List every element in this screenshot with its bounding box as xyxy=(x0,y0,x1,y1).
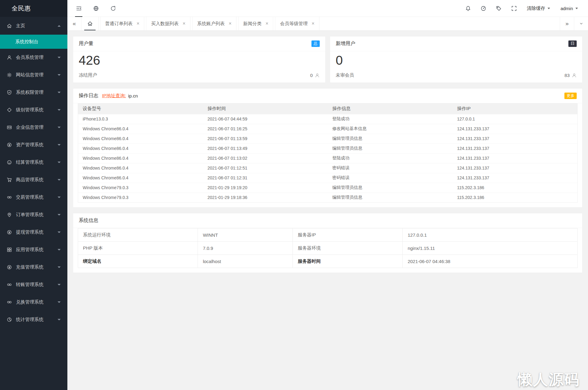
monitor-button[interactable] xyxy=(476,0,490,17)
tabbar-right: » xyxy=(560,17,588,30)
log-cell: 登陆成功 xyxy=(328,114,453,124)
tab-close-icon[interactable]: × xyxy=(311,21,314,26)
log-cell: 2021-06-07 01:13:49 xyxy=(203,143,328,153)
admin-dropdown[interactable]: admin xyxy=(556,0,582,17)
sys-label: 服务器IP xyxy=(293,228,403,242)
sidebar-item-recharge[interactable]: 充值管理系统 xyxy=(0,258,67,276)
sidebar-item-member-system[interactable]: 会员系统管理 xyxy=(0,49,67,66)
log-cell: iPhone13.0.3 xyxy=(78,114,203,124)
topbar: 清除缓存 admin xyxy=(67,0,588,17)
sidebar-item-label: 兑换管理系统 xyxy=(16,299,58,305)
sidebar-item-label: 交易管理系统 xyxy=(16,194,58,200)
log-cell: 编辑管理员信息 xyxy=(328,183,453,193)
card-head: 系统信息 xyxy=(73,213,582,228)
sidebar-item-label: 网站信息管理 xyxy=(16,72,58,78)
sidebar-item-assets[interactable]: 资产管理系统 xyxy=(0,136,67,154)
sidebar-item-console[interactable]: 系统控制台 xyxy=(0,35,67,49)
sidebar-item-levels[interactable]: 级别管理系统 xyxy=(0,101,67,119)
tab-label: 系统账户列表 xyxy=(197,21,225,27)
stat-foot-right: 0 xyxy=(310,73,320,78)
log-cell: 2021-06-07 01:16:25 xyxy=(203,124,328,134)
log-cell: 124.131.233.137 xyxy=(453,153,578,163)
sys-row: 系统运行环境WINNT服务器IP127.0.0.1 xyxy=(78,228,578,242)
log-cell: 2021-01-29 19:18:36 xyxy=(203,193,328,202)
log-col-header: 操作时间 xyxy=(203,104,328,114)
chevron-down-icon xyxy=(548,8,550,9)
scroll-tabs-right-button[interactable]: » xyxy=(560,17,574,30)
sidebar-item-enterprise[interactable]: 企业信息管理 xyxy=(0,119,67,136)
chevron-down-icon xyxy=(58,197,61,198)
sidebar-item-site-info[interactable]: 网站信息管理 xyxy=(0,66,67,84)
total-badge: 总 xyxy=(311,40,320,47)
users-icon xyxy=(7,55,12,60)
user-icon xyxy=(315,73,320,78)
sidebar-item-withdraw[interactable]: 提现管理系统 xyxy=(0,224,67,241)
collapse-menu-icon xyxy=(76,6,82,11)
card-head: 新增用户 日 xyxy=(330,36,582,51)
sys-label: PHP 版本 xyxy=(78,242,198,255)
sidebar-item-transfer[interactable]: 转账管理系统 xyxy=(0,276,67,293)
sidebar-item-statistics[interactable]: 统计管理系统 xyxy=(0,311,67,328)
sidebar-item-orders[interactable]: 订单管理系统 xyxy=(0,206,67,224)
log-row: Windows Chrome86.0.42021-06-07 01:12:51密… xyxy=(78,163,577,173)
sidebar-item-home[interactable]: 主页 xyxy=(0,17,67,35)
chevron-down-icon xyxy=(58,109,61,111)
log-row: Windows Chrome86.0.42021-06-07 01:16:25修… xyxy=(78,124,577,134)
tab-close-icon[interactable]: × xyxy=(229,21,232,26)
fullscreen-button[interactable] xyxy=(507,0,521,17)
ip-lookup-domain: ip.cn xyxy=(128,93,138,98)
sidebar-item-settlement[interactable]: 结算管理系统 xyxy=(0,154,67,171)
log-cell: 修改网站基本信息 xyxy=(328,124,453,134)
log-cell: 127.0.0.1 xyxy=(453,114,578,124)
log-row: iPhone13.0.32021-06-07 04:44:59登陆成功127.0… xyxy=(78,114,577,124)
log-col-header: 操作IP xyxy=(453,104,578,114)
sidebar-item-exchange[interactable]: 兑换管理系统 xyxy=(0,293,67,311)
tab[interactable]: 会员等级管理× xyxy=(275,17,319,30)
notifications-button[interactable] xyxy=(461,0,475,17)
sidebar-item-trade[interactable]: 交易管理系统 xyxy=(0,189,67,206)
sys-value: 127.0.0.1 xyxy=(403,228,578,242)
log-cell: 编辑管理员信息 xyxy=(328,134,453,143)
more-button[interactable]: 更多 xyxy=(564,93,577,99)
collapse-sidebar-button[interactable] xyxy=(72,0,86,17)
tab-home[interactable] xyxy=(81,17,99,30)
log-table-body: iPhone13.0.32021-06-07 04:44:59登陆成功127.0… xyxy=(78,114,577,202)
chevron-down-icon xyxy=(58,92,61,93)
chevron-up-icon xyxy=(58,25,61,27)
chevron-down-icon xyxy=(58,162,61,163)
chevron-down-icon xyxy=(58,74,61,76)
tab[interactable]: 买入数据列表× xyxy=(146,17,190,30)
tab-close-icon[interactable]: × xyxy=(137,21,139,26)
ip-lookup-link[interactable]: IP地址查询: xyxy=(102,93,126,99)
scroll-tabs-left-button[interactable]: « xyxy=(67,17,81,30)
tab[interactable]: 普通订单列表× xyxy=(100,17,144,30)
tab-close-icon[interactable]: × xyxy=(266,21,268,26)
coin-icon xyxy=(7,265,12,270)
log-cell: Windows Chrome86.0.4 xyxy=(78,134,203,143)
refresh-button[interactable] xyxy=(106,0,120,17)
link-icon xyxy=(7,282,12,287)
sidebar-item-permissions[interactable]: 系统权限管理 xyxy=(0,84,67,101)
tab-menu-button[interactable] xyxy=(574,17,588,30)
tab[interactable]: 系统账户列表× xyxy=(192,17,236,30)
sidebar-item-label: 充值管理系统 xyxy=(16,264,58,270)
tab[interactable]: 新闻分类× xyxy=(238,17,273,30)
chevron-down-icon xyxy=(58,319,61,320)
tab-close-icon[interactable]: × xyxy=(183,21,185,26)
log-cell: Windows Chrome86.0.4 xyxy=(78,124,203,134)
tag-button[interactable] xyxy=(492,0,506,17)
log-cell: 2021-06-07 01:12:31 xyxy=(203,173,328,183)
site-home-button[interactable] xyxy=(89,0,103,17)
sys-value: 7.0.9 xyxy=(198,242,293,255)
link-icon xyxy=(7,300,12,305)
clear-cache-dropdown[interactable]: 清除缓存 xyxy=(522,0,555,17)
log-cell: 登陆成功 xyxy=(328,153,453,163)
log-cell: 密码错误 xyxy=(328,163,453,173)
sidebar-item-applications[interactable]: 应用管理系统 xyxy=(0,241,67,258)
user-icon xyxy=(572,73,577,78)
stat-foot-value: 0 xyxy=(310,73,313,78)
log-cell: 2021-06-07 01:13:02 xyxy=(203,153,328,163)
new-users-value: 0 xyxy=(330,51,582,72)
sidebar-item-goods[interactable]: 商品管理系统 xyxy=(0,171,67,189)
stat-foot-value: 83 xyxy=(564,73,570,78)
